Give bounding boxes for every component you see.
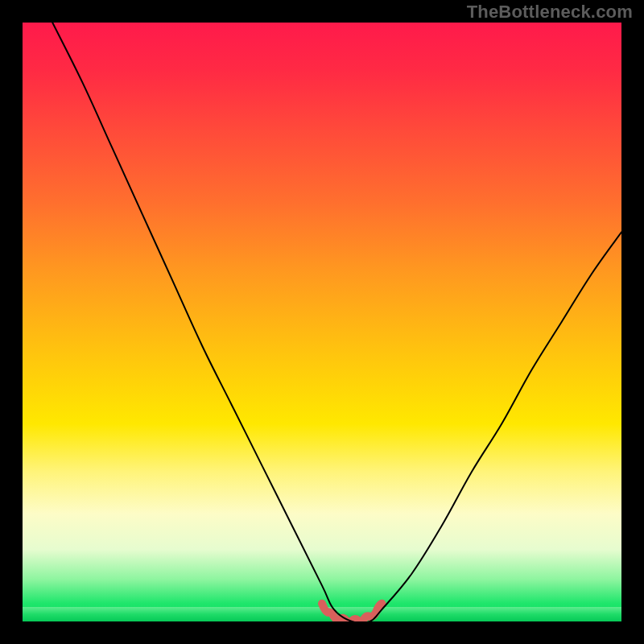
plot-area bbox=[23, 23, 621, 621]
watermark-text: TheBottleneck.com bbox=[467, 2, 633, 23]
chart-stage: TheBottleneck.com bbox=[0, 0, 644, 644]
bottleneck-curve bbox=[52, 23, 621, 621]
curve-layer bbox=[23, 23, 621, 621]
